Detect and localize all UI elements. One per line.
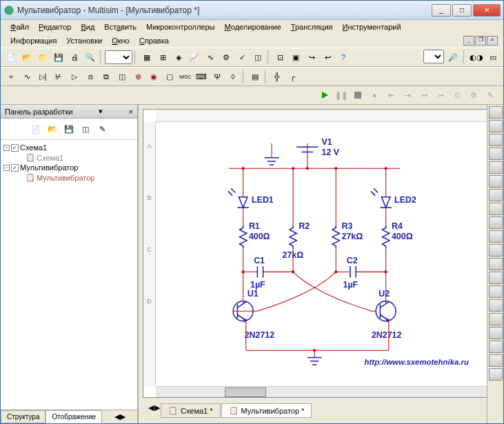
funcgen-icon[interactable]	[489, 120, 503, 132]
rf-icon[interactable]: Ψ	[210, 69, 225, 84]
freq-counter-icon[interactable]	[489, 189, 503, 201]
power-icon[interactable]: ▢	[162, 69, 177, 84]
switch-icon[interactable]: ◐◑	[469, 50, 484, 65]
tab-display[interactable]: Отображение	[46, 410, 102, 423]
tree-root-multivibrator[interactable]: - ✓ Мультивибратор	[3, 163, 134, 172]
print-preview-icon[interactable]: 🔍	[83, 50, 98, 65]
step-over-icon[interactable]: ⇥	[400, 88, 415, 103]
menu-edit[interactable]: Редактор	[34, 21, 75, 32]
logic-analyzer-icon[interactable]	[489, 216, 503, 229]
multimeter-icon[interactable]	[489, 106, 503, 119]
doc-tab-multivibrator[interactable]: 📋Мультивибратор *	[221, 403, 312, 418]
component-wizard-icon[interactable]: ⚙	[219, 50, 234, 65]
oscilloscope-icon[interactable]	[489, 148, 503, 160]
trail-icon[interactable]: ⊙	[450, 88, 465, 103]
record-button[interactable]: ●	[367, 88, 382, 103]
elec-rules-icon[interactable]: ✓	[234, 50, 250, 65]
tree-child-schema1[interactable]: 📋 Схема1	[3, 152, 134, 163]
osc-icon[interactable]: ▭	[485, 50, 501, 65]
indicator-icon[interactable]: ◉	[146, 69, 161, 84]
iv-analyzer-icon[interactable]	[489, 244, 503, 256]
bus-icon[interactable]: ╬	[270, 69, 285, 84]
junction-icon[interactable]: ┌	[285, 69, 301, 84]
menu-file[interactable]: Файл	[6, 21, 33, 32]
tree-child-multivibrator[interactable]: 📋 Мультивибратор	[3, 172, 134, 183]
zoom-select[interactable]	[105, 50, 132, 64]
maximize-button[interactable]: □	[452, 4, 472, 17]
probe-icon[interactable]	[489, 368, 503, 381]
database-icon[interactable]: ◈	[171, 50, 186, 65]
panel-close-icon[interactable]: ×	[129, 108, 133, 116]
electromech-icon[interactable]: ◊	[225, 69, 241, 84]
ttl-icon[interactable]: ⧈	[83, 69, 98, 84]
misc-digital-icon[interactable]: ◫	[114, 69, 130, 84]
new-doc-icon[interactable]: 📄	[28, 121, 43, 137]
menu-settings[interactable]: Установки	[62, 35, 106, 46]
mdi-close[interactable]: ×	[487, 36, 498, 46]
mdi-minimize[interactable]: _	[463, 36, 474, 46]
tab-right-icon[interactable]: ▶	[120, 412, 125, 421]
forward-icon[interactable]: ↪	[304, 50, 319, 65]
pause-button[interactable]: ❚❚	[334, 88, 349, 103]
project-tree[interactable]: - ✓ Схема1 📋 Схема1 - ✓ Мультивибратор 📋…	[1, 140, 137, 410]
spectrum-icon[interactable]	[489, 272, 503, 284]
menu-mcu[interactable]: Микроконтроллеры	[142, 21, 219, 32]
step-icon[interactable]: ↣	[433, 88, 448, 103]
minimize-button[interactable]: _	[432, 4, 451, 17]
grapher-icon[interactable]: 📈	[187, 50, 202, 65]
4ch-scope-icon[interactable]	[489, 161, 503, 174]
source-icon[interactable]: ÷	[3, 69, 19, 84]
settings-sim-icon[interactable]: ⚙	[466, 88, 481, 103]
menu-view[interactable]: Вид	[77, 21, 99, 32]
save-icon[interactable]: 💾	[51, 50, 66, 65]
collapse-icon[interactable]: -	[3, 165, 10, 171]
word-gen-icon[interactable]	[489, 203, 503, 215]
menu-transfer[interactable]: Трансляция	[287, 21, 337, 32]
basic-icon[interactable]: ∿	[19, 69, 34, 84]
analysis-icon[interactable]: ✎	[483, 88, 498, 103]
search-select[interactable]	[423, 50, 444, 63]
run-button[interactable]	[317, 88, 332, 103]
analog-icon[interactable]: ▷	[67, 69, 82, 84]
network-icon[interactable]	[489, 285, 503, 298]
menu-insert[interactable]: Вставить	[100, 21, 141, 32]
agilent-scope-icon[interactable]	[489, 327, 503, 339]
cmos-icon[interactable]: ⧉	[99, 69, 114, 84]
ultiboard-icon[interactable]: ▣	[288, 50, 303, 65]
hierarch-icon[interactable]: ▤	[248, 69, 263, 84]
new-icon[interactable]: 📄	[3, 50, 19, 65]
open-doc-icon[interactable]: 📂	[45, 121, 60, 137]
region-icon[interactable]: ◫	[250, 50, 265, 65]
misc-icon[interactable]: MISC	[178, 69, 193, 84]
save-doc-icon[interactable]: 💾	[61, 121, 77, 137]
step-in-icon[interactable]: ⇤	[383, 88, 399, 103]
wattmeter-icon[interactable]	[489, 134, 503, 146]
menu-sim[interactable]: Моделирование	[221, 21, 285, 32]
open-icon[interactable]: 📂	[19, 50, 34, 65]
tek-scope-icon[interactable]	[489, 341, 503, 353]
grid-icon[interactable]: ▦	[139, 50, 154, 65]
tab-left-icon[interactable]: ◀	[114, 412, 120, 421]
bode-icon[interactable]	[489, 175, 503, 188]
menu-window[interactable]: Окно	[108, 35, 134, 46]
postproc-icon[interactable]: ∿	[203, 50, 218, 65]
step-out-icon[interactable]: ↦	[416, 88, 432, 103]
transistor-icon[interactable]: ⊬	[51, 69, 66, 84]
mixed-icon[interactable]: ⊕	[130, 69, 145, 84]
menu-info[interactable]: Информация	[6, 35, 61, 46]
print-icon[interactable]: 🖨	[67, 50, 82, 65]
open-sample-icon[interactable]: 📁	[35, 50, 50, 65]
checkbox-icon[interactable]: ✓	[11, 144, 19, 152]
back-icon[interactable]: ↩	[320, 50, 335, 65]
menu-tools[interactable]: Инструментарий	[339, 21, 405, 32]
tree-root-schema1[interactable]: - ✓ Схема1	[3, 143, 134, 152]
doc-tab-schema1[interactable]: 📋Схема1 *	[161, 403, 221, 418]
checkbox-icon[interactable]: ✓	[11, 164, 19, 172]
scrollbar-horizontal[interactable]	[156, 386, 487, 397]
menu-help[interactable]: Справка	[135, 35, 173, 46]
mdi-restore[interactable]: ❐	[475, 36, 486, 46]
tab-structure[interactable]: Структура	[1, 410, 46, 423]
spreadsheet-icon[interactable]: ⊞	[155, 50, 170, 65]
help-icon[interactable]: ?	[336, 50, 351, 65]
find-icon[interactable]: 🔎	[445, 50, 461, 65]
